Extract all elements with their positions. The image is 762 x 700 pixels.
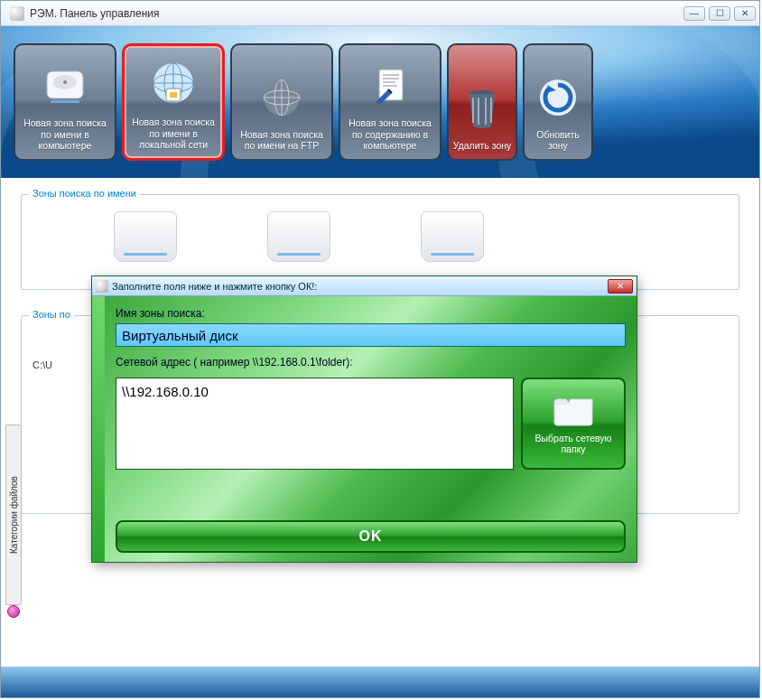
zone-name-label: Имя зоны поиска:	[116, 307, 626, 320]
status-bar	[1, 667, 759, 697]
new-zone-dialog: Заполните поля ниже и нажмите кнопку ОК!…	[91, 275, 637, 563]
network-address-label: Сетевой адрес ( например \\192.168.0.1\f…	[116, 356, 626, 369]
network-globe-icon	[145, 57, 201, 113]
folder-icon	[551, 393, 596, 429]
maximize-button[interactable]: ☐	[709, 6, 730, 21]
drive-icon[interactable]	[114, 211, 177, 262]
svg-rect-8	[170, 92, 177, 98]
toolbar-label: Удалить зону	[453, 140, 512, 152]
titlebar: РЭМ. Панель управления — ☐ ✕	[1, 1, 759, 26]
group-legend: Зоны по	[29, 309, 74, 320]
refresh-zone-button[interactable]: Обновить зону	[523, 43, 593, 161]
browse-network-folder-button[interactable]: Выбрать сетевую папку	[521, 378, 626, 470]
pin-icon[interactable]	[7, 605, 20, 618]
dialog-titlebar: Заполните поля ниже и нажмите кнопку ОК!…	[92, 276, 637, 296]
drive-icon[interactable]	[267, 211, 330, 262]
dialog-side-accent	[92, 296, 105, 562]
toolbar-label: Новая зона поиска по содержанию в компью…	[344, 117, 436, 152]
ftp-globe-icon	[254, 70, 310, 126]
svg-point-2	[63, 80, 67, 84]
dialog-title: Заполните поля ниже и нажмите кнопку ОК!…	[112, 281, 317, 292]
categories-tab[interactable]: Категории файлов	[5, 425, 22, 605]
minimize-button[interactable]: —	[683, 6, 705, 21]
toolbar-label: Новая зона поиска по имени в компьютере	[19, 117, 111, 152]
zone-name-input[interactable]	[116, 323, 626, 347]
window-title: РЭМ. Панель управления	[30, 7, 683, 20]
hard-drive-icon	[37, 58, 93, 114]
close-button[interactable]: ✕	[734, 6, 756, 21]
browse-label: Выбрать сетевую папку	[526, 433, 620, 454]
toolbar-label: Новая зона поиска по имени на FTP	[236, 129, 328, 152]
delete-zone-button[interactable]: Удалить зону	[447, 43, 517, 161]
refresh-icon	[530, 70, 586, 126]
group-legend: Зоны поиска по имени	[29, 188, 140, 199]
new-zone-ftp-button[interactable]: Новая зона поиска по имени на FTP	[230, 43, 333, 161]
drive-icon[interactable]	[421, 211, 484, 262]
ok-button[interactable]: OK	[116, 520, 626, 553]
toolbar-label: Новая зона поиска по имени в локальной с…	[128, 117, 218, 151]
toolbar-ribbon: Новая зона поиска по имени в компьютере …	[1, 26, 759, 178]
dialog-close-button[interactable]: ✕	[608, 279, 633, 294]
main-window: РЭМ. Панель управления — ☐ ✕ Новая зона …	[0, 0, 760, 698]
ok-label: OK	[359, 528, 383, 545]
new-zone-content-button[interactable]: Новая зона поиска по содержанию в компью…	[339, 43, 441, 161]
trash-icon	[454, 80, 510, 136]
app-icon	[10, 6, 24, 21]
dialog-icon	[96, 280, 108, 293]
new-zone-network-button[interactable]: Новая зона поиска по имени в локальной с…	[122, 43, 225, 161]
network-address-input[interactable]	[116, 378, 514, 470]
toolbar-label: Обновить зону	[528, 129, 588, 152]
svg-rect-3	[51, 100, 79, 103]
document-pen-icon	[362, 58, 418, 114]
new-zone-computer-button[interactable]: Новая зона поиска по имени в компьютере	[14, 43, 116, 161]
